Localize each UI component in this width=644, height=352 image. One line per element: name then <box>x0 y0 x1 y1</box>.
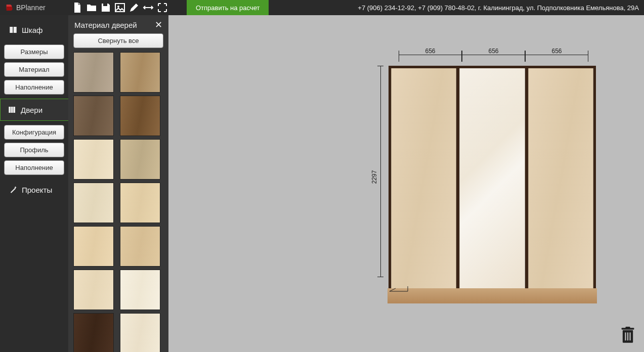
svg-rect-0 <box>103 4 107 6</box>
contact-info: +7 (906) 234-12-92, +7 (909) 780-48-02, … <box>358 0 644 15</box>
material-swatch[interactable] <box>120 313 160 352</box>
doors-filling-button[interactable]: Наполнение <box>4 160 64 175</box>
app-logo: BPlanner <box>0 0 68 15</box>
material-swatch[interactable] <box>120 270 160 310</box>
door-1[interactable] <box>391 68 456 288</box>
magic-icon <box>9 185 18 194</box>
svg-rect-3 <box>10 27 13 33</box>
material-swatch[interactable] <box>73 270 114 310</box>
material-swatch[interactable] <box>73 139 114 180</box>
close-icon[interactable]: ✕ <box>155 20 162 29</box>
material-swatch[interactable] <box>120 226 160 267</box>
material-swatch[interactable] <box>120 96 160 136</box>
svg-rect-5 <box>9 107 11 113</box>
nav-doors-label: Двери <box>21 106 42 114</box>
svg-rect-7 <box>13 107 15 113</box>
material-swatch[interactable] <box>120 139 160 180</box>
material-swatch[interactable] <box>73 96 114 136</box>
wardrobe-icon <box>9 25 18 34</box>
collapse-all-button[interactable]: Свернуть все <box>73 33 163 48</box>
new-file-icon[interactable] <box>71 2 83 14</box>
save-icon[interactable] <box>100 2 112 14</box>
wardrobe-preview[interactable] <box>389 66 596 288</box>
svg-rect-12 <box>627 332 628 340</box>
nav-doors[interactable]: Двери <box>0 99 68 121</box>
material-swatch[interactable] <box>120 183 160 223</box>
open-folder-icon[interactable] <box>85 2 98 14</box>
material-swatch[interactable] <box>73 313 114 352</box>
plinth <box>388 288 597 303</box>
svg-rect-11 <box>625 332 626 340</box>
door-3[interactable] <box>528 68 593 288</box>
top-dimensions: 656 656 656 <box>389 51 596 66</box>
svg-rect-10 <box>625 327 630 328</box>
canvas[interactable]: 656 656 656 2297 <box>168 15 644 352</box>
doors-icon <box>8 105 17 114</box>
image-icon[interactable] <box>114 2 126 14</box>
material-panel: Материал дверей ✕ Свернуть все <box>68 15 168 352</box>
material-swatch[interactable] <box>120 52 160 93</box>
wardrobe-material-button[interactable]: Материал <box>4 62 64 77</box>
nav-wardrobe[interactable]: Шкаф <box>0 19 68 40</box>
svg-point-2 <box>117 6 119 8</box>
material-swatch[interactable] <box>73 226 114 267</box>
door-2[interactable] <box>459 68 525 288</box>
svg-rect-13 <box>629 332 630 340</box>
nav-projects-label: Проекты <box>22 186 52 194</box>
send-for-calc-button[interactable]: Отправить на расчет <box>187 0 269 15</box>
wardrobe-filling-button[interactable]: Наполнение <box>4 80 64 95</box>
fullscreen-icon[interactable] <box>156 2 168 14</box>
app-name: BPlanner <box>16 4 46 12</box>
edit-icon[interactable] <box>128 2 140 14</box>
floor-angle-icon <box>389 285 409 292</box>
material-swatch[interactable] <box>73 52 114 93</box>
svg-rect-4 <box>14 27 17 33</box>
logo-icon <box>5 4 13 12</box>
nav-projects[interactable]: Проекты <box>0 179 68 200</box>
panel-title: Материал дверей <box>74 21 137 29</box>
material-swatch[interactable] <box>73 183 114 223</box>
left-dimension: 2297 <box>368 66 389 288</box>
sidebar: Шкаф Размеры Материал Наполнение Двери К… <box>0 15 68 352</box>
hflip-icon[interactable] <box>142 2 154 14</box>
svg-rect-6 <box>11 107 13 113</box>
trash-icon[interactable] <box>621 327 635 344</box>
doors-profile-button[interactable]: Профиль <box>4 143 64 157</box>
doors-config-button[interactable]: Конфигурация <box>4 125 64 140</box>
nav-wardrobe-label: Шкаф <box>22 26 42 34</box>
wardrobe-sizes-button[interactable]: Размеры <box>4 45 64 59</box>
